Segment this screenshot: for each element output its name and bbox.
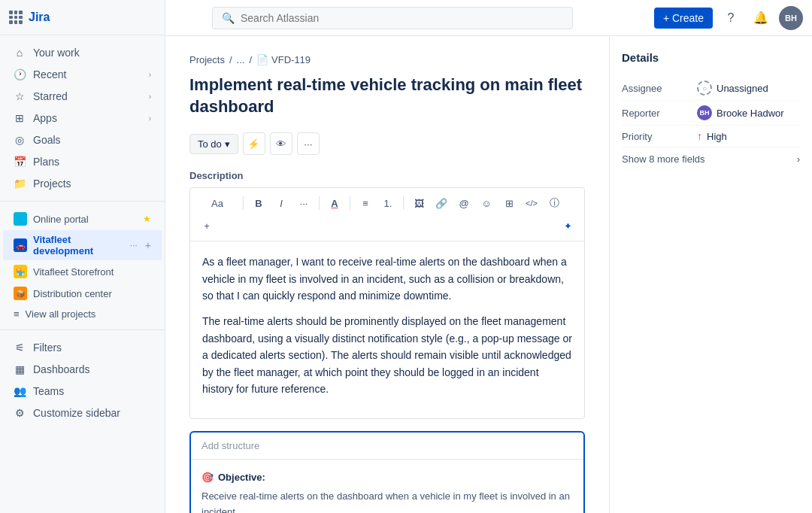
priority-text: High <box>707 131 727 142</box>
unordered-list-button[interactable]: ≡ <box>355 193 376 214</box>
eye-button[interactable]: 👁 <box>270 132 292 155</box>
search-icon: 🔍 <box>222 12 235 24</box>
search-input[interactable] <box>241 12 563 24</box>
projects-section: 🌐 Online portal ★ 🚗 Vitafleet developmen… <box>0 202 165 330</box>
assignee-value[interactable]: ○ Unassigned <box>697 80 800 96</box>
app-header[interactable]: Jira <box>0 6 165 29</box>
breadcrumb-sep1: / <box>229 54 232 65</box>
sidebar-item-label: Your work <box>33 47 80 59</box>
breadcrumb-projects[interactable]: Projects <box>189 54 225 65</box>
breadcrumb-issue-key[interactable]: VFD-119 <box>271 54 311 65</box>
toolbar-separator <box>403 196 404 210</box>
image-button[interactable]: 🖼 <box>408 193 429 214</box>
sidebar-item-goals[interactable]: ◎ Goals <box>3 129 162 150</box>
text-color-icon: A <box>331 198 338 209</box>
add-project-icon[interactable]: + <box>145 239 151 251</box>
more-actions-button[interactable]: ··· <box>297 132 320 155</box>
chevron-icon: › <box>149 93 151 101</box>
sidebar-item-filters[interactable]: ⚟ Filters <box>3 337 162 358</box>
ul-icon: ≡ <box>362 198 368 209</box>
description-paragraph-2: The real-time alerts should be prominent… <box>202 313 572 397</box>
more-format-button[interactable]: ··· <box>293 193 314 214</box>
list-icon: ≡ <box>14 308 20 320</box>
bold-button[interactable]: B <box>248 193 269 214</box>
sidebar-item-projects[interactable]: 📁 Projects <box>3 173 162 194</box>
sidebar-top: Jira <box>0 0 165 35</box>
link-button[interactable]: 🔗 <box>431 193 452 214</box>
reporter-initials: BH <box>700 109 710 117</box>
sidebar-item-teams[interactable]: 👥 Teams <box>3 381 162 402</box>
text-color-button[interactable]: A <box>324 193 345 214</box>
filter-icon: ⚟ <box>14 341 26 354</box>
code-button[interactable]: </> <box>521 193 542 214</box>
add-button[interactable]: + <box>196 215 217 236</box>
sidebar-item-recent[interactable]: 🕐 Recent › <box>3 64 162 85</box>
issue-title-row: Implement real-time vehicle tracking on … <box>189 74 585 117</box>
team-icon: 👥 <box>14 385 26 397</box>
text-style-button[interactable]: Aa <box>196 193 238 214</box>
notifications-button[interactable]: 🔔 <box>749 6 773 30</box>
sidebar-item-label: Filters <box>33 341 62 354</box>
calendar-icon: 📅 <box>14 156 26 168</box>
project-item-distribution[interactable]: 📦 Distribution center <box>3 283 162 304</box>
breadcrumb-issue: 📄 VFD-119 <box>256 54 311 65</box>
sidebar-item-plans[interactable]: 📅 Plans <box>3 151 162 172</box>
user-avatar[interactable]: BH <box>779 6 803 30</box>
sidebar-item-customize[interactable]: ⚙ Customize sidebar <box>3 402 162 423</box>
info-button[interactable]: ⓘ <box>544 193 565 214</box>
toolbar-right: ✦ <box>557 215 578 236</box>
project-item-storefront[interactable]: 🏪 Vitafleet Storefront <box>3 261 162 282</box>
sidebar-item-apps[interactable]: ⊞ Apps › <box>3 108 162 129</box>
sidebar-item-label: Apps <box>33 112 57 124</box>
bottom-nav: ⚟ Filters ▦ Dashboards 👥 Teams ⚙ Customi… <box>0 330 165 430</box>
editor-body[interactable]: As a fleet manager, I want to receive re… <box>190 241 584 418</box>
emoji-button[interactable]: ☺ <box>476 193 497 214</box>
plus-icon: + <box>204 220 210 232</box>
status-button[interactable]: To do ▾ <box>189 134 238 154</box>
jira-logo: Jira <box>29 11 50 24</box>
folder-icon: 📁 <box>14 178 26 190</box>
priority-value[interactable]: ↑ High <box>697 130 800 142</box>
sidebar-item-label: Projects <box>33 178 71 190</box>
sidebar-item-label: Plans <box>33 156 59 168</box>
issue-type-icon: 📄 <box>256 54 268 65</box>
issue-main: Projects / ... / 📄 VFD-119 Implement rea… <box>165 36 609 513</box>
project-icon: 🚗 <box>14 238 27 252</box>
sidebar-item-label: Dashboards <box>33 363 90 375</box>
ai-button[interactable]: ✦ <box>557 215 578 236</box>
sidebar-item-starred[interactable]: ☆ Starred › <box>3 86 162 107</box>
apps-icon: ⊞ <box>14 112 26 124</box>
objective-emoji: 🎯 <box>201 470 214 486</box>
search-box[interactable]: 🔍 <box>212 7 573 29</box>
create-button[interactable]: + Create <box>654 8 713 29</box>
project-item-online-portal[interactable]: 🌐 Online portal ★ <box>3 208 162 229</box>
table-icon: ⊞ <box>505 198 514 209</box>
ordered-list-button[interactable]: 1. <box>377 193 398 214</box>
more-icon: ··· <box>130 240 138 250</box>
status-label: To do <box>198 138 222 150</box>
toolbar-separator <box>243 196 244 210</box>
reporter-value[interactable]: BH Brooke Hadwor <box>697 105 800 120</box>
help-button[interactable]: ? <box>719 6 743 30</box>
sidebar-item-label: Customize sidebar <box>33 407 120 419</box>
breadcrumb-sep2: / <box>249 54 252 65</box>
sidebar-item-label: Starred <box>33 90 68 102</box>
sidebar-item-your-work[interactable]: ⌂ Your work <box>3 42 162 63</box>
reporter-row: Reporter BH Brooke Hadwor <box>622 101 800 126</box>
settings-icon: ⚙ <box>14 407 26 419</box>
show-more-fields[interactable]: Show 8 more fields › <box>622 147 800 171</box>
project-name: Online portal <box>33 214 89 225</box>
italic-button[interactable]: I <box>271 193 292 214</box>
project-name: Vitafleet development <box>33 234 124 256</box>
project-item-vitafleet[interactable]: 🚗 Vitafleet development ··· + <box>3 230 162 260</box>
bell-icon: 🔔 <box>753 11 768 25</box>
sidebar-item-dashboards[interactable]: ▦ Dashboards <box>3 359 162 380</box>
reporter-name: Brooke Hadwor <box>717 108 784 119</box>
project-icon: 📦 <box>14 287 27 300</box>
lightning-button[interactable]: ⚡ <box>243 132 265 155</box>
view-all-projects[interactable]: ≡ View all projects <box>0 305 165 323</box>
table-button[interactable]: ⊞ <box>498 193 520 214</box>
ai-box-content: 🎯 Objective: Receive real-time alerts on… <box>191 460 583 513</box>
mention-button[interactable]: @ <box>453 193 474 214</box>
sidebar: Jira ⌂ Your work 🕐 Recent › ☆ Starred › … <box>0 0 165 513</box>
